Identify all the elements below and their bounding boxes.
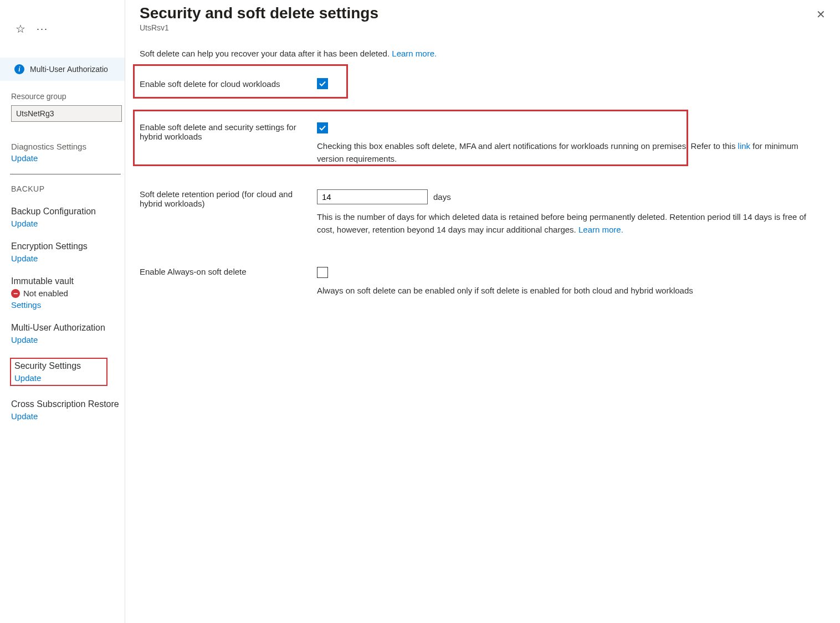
diagnostics-update-link[interactable]: Update xyxy=(11,153,125,163)
retention-learn-more-link[interactable]: Learn more. xyxy=(578,225,623,234)
more-icon[interactable]: ··· xyxy=(37,23,48,35)
immutable-settings-link[interactable]: Settings xyxy=(11,300,125,310)
info-banner[interactable]: i Multi-User Authorizatio xyxy=(0,58,125,81)
cloud-workloads-row: Enable soft delete for cloud workloads xyxy=(140,78,826,89)
intro-text-body: Soft delete can help you recover your da… xyxy=(140,49,392,58)
retention-helper-text: This is the number of days for which del… xyxy=(317,211,826,236)
diagnostics-label: Diagnostics Settings xyxy=(11,142,125,151)
cross-sub-update-link[interactable]: Update xyxy=(11,411,125,421)
days-label: days xyxy=(433,192,451,202)
hybrid-helper-link[interactable]: link xyxy=(738,141,751,151)
encryption-title: Encryption Settings xyxy=(11,241,125,251)
check-icon xyxy=(319,124,326,132)
always-on-row: Enable Always-on soft delete Always on s… xyxy=(140,267,826,297)
resource-group-input[interactable] xyxy=(11,105,122,122)
check-icon xyxy=(319,80,326,87)
hybrid-workloads-row: Enable soft delete and security settings… xyxy=(140,122,826,165)
cloud-workloads-checkbox[interactable] xyxy=(317,78,328,89)
retention-helper-body: This is the number of days for which del… xyxy=(317,212,806,234)
panel-title: Security and soft delete settings xyxy=(140,4,378,22)
encryption-item: Encryption Settings Update xyxy=(11,241,125,263)
info-icon: i xyxy=(14,64,24,74)
intro-text: Soft delete can help you recover your da… xyxy=(140,49,826,58)
hybrid-helper-text: Checking this box enables soft delete, M… xyxy=(317,140,826,165)
divider xyxy=(10,174,121,174)
panel-header: Security and soft delete settings UtsRsv… xyxy=(140,4,826,32)
not-enabled-icon: − xyxy=(11,289,20,298)
not-enabled-text: Not enabled xyxy=(23,289,68,298)
retention-input[interactable] xyxy=(317,189,428,204)
cross-sub-item: Cross Subscription Restore Update xyxy=(11,399,125,421)
immutable-title: Immutable vault xyxy=(11,276,125,286)
mua-update-link[interactable]: Update xyxy=(11,335,125,344)
security-highlight-box: Security Settings Update xyxy=(10,358,107,386)
resource-group-label: Resource group xyxy=(11,92,125,101)
always-on-label: Enable Always-on soft delete xyxy=(140,267,317,276)
immutable-item: Immutable vault − Not enabled Settings xyxy=(11,276,125,310)
encryption-update-link[interactable]: Update xyxy=(11,254,125,263)
intro-learn-more-link[interactable]: Learn more. xyxy=(392,49,437,58)
cross-sub-title: Cross Subscription Restore xyxy=(11,399,125,409)
retention-row: Soft delete retention period (for cloud … xyxy=(140,189,826,236)
mua-item: Multi-User Authorization Update xyxy=(11,323,125,344)
hybrid-workloads-checkbox[interactable] xyxy=(317,122,328,133)
retention-label: Soft delete retention period (for cloud … xyxy=(140,189,317,208)
always-on-helper-text: Always on soft delete can be enabled onl… xyxy=(317,285,826,297)
security-update-link[interactable]: Update xyxy=(14,373,103,383)
security-title: Security Settings xyxy=(14,361,103,371)
backup-heading: BACKUP xyxy=(11,184,125,193)
mua-title: Multi-User Authorization xyxy=(11,323,125,333)
always-on-checkbox[interactable] xyxy=(317,267,328,278)
backup-config-update-link[interactable]: Update xyxy=(11,219,125,228)
cloud-workloads-label: Enable soft delete for cloud workloads xyxy=(140,79,317,89)
hybrid-helper-pre: Checking this box enables soft delete, M… xyxy=(317,141,738,151)
panel-subtitle: UtsRsv1 xyxy=(140,23,378,32)
backup-config-item: Backup Configuration Update xyxy=(11,207,125,228)
sidebar: ☆ ··· i Multi-User Authorizatio Resource… xyxy=(0,0,125,623)
main-panel: Security and soft delete settings UtsRsv… xyxy=(125,0,840,623)
favorite-icon[interactable]: ☆ xyxy=(16,22,25,35)
immutable-status: − Not enabled xyxy=(11,289,125,298)
top-icons: ☆ ··· xyxy=(11,22,125,35)
info-banner-text: Multi-User Authorizatio xyxy=(30,65,108,74)
hybrid-workloads-label: Enable soft delete and security settings… xyxy=(140,122,317,141)
backup-config-title: Backup Configuration xyxy=(11,207,125,217)
close-icon[interactable]: ✕ xyxy=(816,8,826,21)
